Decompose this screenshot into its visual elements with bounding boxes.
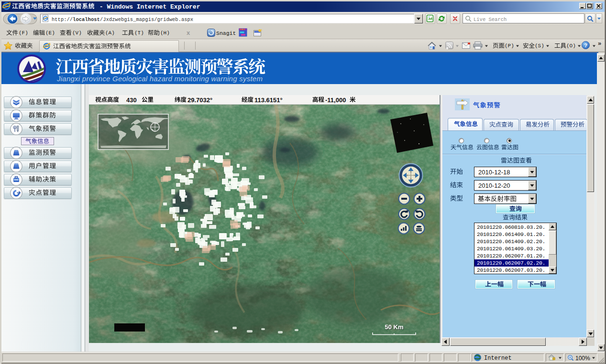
- svg-text:50 Km: 50 Km: [385, 323, 403, 331]
- svg-text:?: ?: [584, 43, 587, 48]
